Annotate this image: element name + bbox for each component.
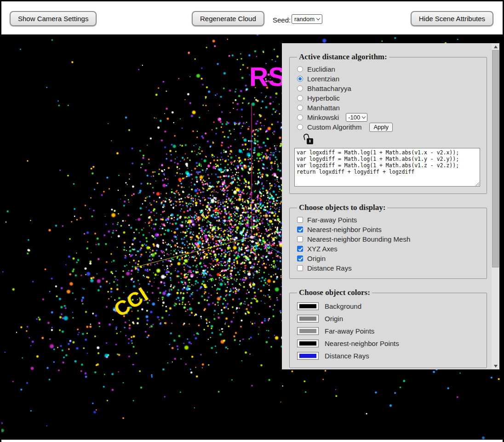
- checkbox-label[interactable]: Far-away Points: [307, 216, 357, 224]
- fieldset-legend: Choose object colors:: [297, 288, 372, 297]
- radio-minkowski[interactable]: [297, 114, 303, 120]
- fieldset-distance-algorithm: Active distance algorithm: Euclidian Lor…: [289, 52, 487, 194]
- checkbox-nearest-neighbor-points[interactable]: [297, 227, 303, 232]
- radio-label[interactable]: Manhattan: [307, 104, 340, 112]
- radio-manhattan[interactable]: [297, 105, 303, 111]
- point-cloud-scene: RSI CCI Active distance algorithm: Eucli…: [1, 34, 503, 440]
- color-picker-nearest-neighbor-points[interactable]: [297, 340, 319, 347]
- scrollbar-thumb[interactable]: [492, 50, 499, 267]
- checkbox-row-xyz-axes: XYZ Axes: [297, 244, 481, 254]
- custom-algorithm-code-input[interactable]: var logxdiff = Math.log(1 + Math.abs(v1.…: [294, 148, 480, 187]
- checkbox-origin[interactable]: [297, 255, 303, 261]
- radio-hyperbolic[interactable]: [297, 95, 303, 101]
- color-row-far-away-points: Far-away Points: [297, 325, 481, 337]
- checkbox-row-far-away-points: Far-away Points: [297, 215, 481, 225]
- radio-row-hyperbolic: Hyperbolic: [297, 93, 481, 103]
- checkbox-label[interactable]: Nearest-neighbor Points: [307, 226, 382, 233]
- panel-scrollbar: [492, 43, 499, 369]
- color-picker-origin[interactable]: [297, 315, 319, 323]
- checkbox-row-origin: Origin: [297, 254, 481, 263]
- bottom-strip: [1, 440, 503, 442]
- checkbox-label[interactable]: Nearest-neighbor Bounding Mesh: [307, 235, 410, 243]
- checkbox-label[interactable]: XYZ Axes: [307, 245, 338, 253]
- chevron-down-icon: [362, 115, 366, 119]
- color-label: Nearest-neighbor Points: [325, 340, 399, 347]
- radio-row-manhattan: Manhattan: [297, 103, 481, 113]
- radio-label[interactable]: Lorentzian: [307, 75, 339, 83]
- radio-row-lorentzian: Lorentzian: [297, 74, 481, 84]
- seed-label: Seed:: [273, 16, 291, 24]
- checkbox-label[interactable]: Origin: [307, 255, 326, 262]
- radio-row-euclidian: Euclidian: [297, 64, 481, 74]
- color-row-nearest-neighbor-points: Nearest-neighbor Points: [297, 337, 481, 350]
- regenerate-cloud-button[interactable]: Regenerate Cloud: [192, 11, 264, 26]
- checkbox-row-distance-rays: Distance Rays: [297, 263, 481, 273]
- color-row-background: Background: [297, 300, 481, 312]
- checkbox-far-away-points[interactable]: [297, 217, 303, 223]
- checkbox-row-nearest-neighbor-points: Nearest-neighbor Points: [297, 225, 481, 234]
- radio-row-minkowski: Minkowski -100: [297, 113, 481, 122]
- color-picker-background[interactable]: [297, 302, 319, 310]
- apply-button[interactable]: Apply: [369, 123, 393, 132]
- scene-attributes-panel: Active distance algorithm: Euclidian Lor…: [282, 43, 499, 369]
- checkbox-distance-rays[interactable]: [297, 265, 303, 271]
- scrollbar-down-button[interactable]: [492, 363, 499, 369]
- minkowski-power-select[interactable]: -100: [346, 113, 367, 122]
- seed-select-value: random: [294, 16, 315, 23]
- radio-label[interactable]: Custom Algorithm: [307, 123, 361, 131]
- fieldset-objects-to-display: Choose objects to display: Far-away Poin…: [289, 203, 487, 279]
- seed-select[interactable]: random: [292, 14, 322, 24]
- minkowski-power-value: -100: [348, 114, 360, 121]
- show-camera-settings-button[interactable]: Show Camera Settings: [10, 11, 97, 26]
- radio-euclidian[interactable]: [297, 66, 303, 72]
- radio-label[interactable]: Euclidian: [307, 65, 335, 73]
- fieldset-object-colors: Choose object colors: Background Origin: [289, 288, 487, 368]
- checkbox-row-bounding-mesh: Nearest-neighbor Bounding Mesh: [297, 234, 481, 244]
- color-row-distance-rays: Distance Rays: [297, 350, 481, 362]
- radio-row-bhattacharyya: Bhattacharyya: [297, 84, 481, 93]
- toolbar: Show Camera Settings Regenerate Cloud Se…: [1, 1, 503, 34]
- chevron-down-icon: [316, 17, 320, 20]
- radio-custom-algorithm[interactable]: [297, 124, 303, 130]
- triangle-down-icon: [494, 365, 498, 368]
- color-label: Background: [325, 302, 361, 310]
- checkbox-xyz-axes[interactable]: [297, 246, 303, 252]
- scrollbar-up-button[interactable]: [492, 43, 499, 50]
- app-window: Show Camera Settings Regenerate Cloud Se…: [0, 0, 504, 442]
- checkbox-bounding-mesh[interactable]: [297, 236, 303, 242]
- color-label: Origin: [325, 315, 343, 323]
- color-label: Far-away Points: [325, 327, 374, 335]
- radio-bhattacharyya[interactable]: [297, 85, 303, 91]
- radio-lorentzian[interactable]: [297, 76, 303, 82]
- radio-label[interactable]: Minkowski: [307, 113, 339, 121]
- triangle-up-icon: [494, 45, 498, 48]
- radio-label[interactable]: Bhattacharyya: [307, 85, 351, 92]
- unlocked-padlock-icon: [304, 133, 315, 145]
- fieldset-legend: Active distance algorithm:: [297, 52, 389, 62]
- radio-row-custom-algorithm: Custom Algorithm Apply: [297, 122, 481, 132]
- color-label: Distance Rays: [325, 352, 369, 360]
- color-row-origin: Origin: [297, 312, 481, 325]
- color-picker-distance-rays[interactable]: [297, 352, 319, 360]
- checkbox-label[interactable]: Distance Rays: [307, 264, 352, 272]
- radio-label[interactable]: Hyperbolic: [307, 94, 340, 102]
- hide-scene-attributes-button[interactable]: Hide Scene Attributes: [411, 11, 493, 26]
- color-picker-far-away-points[interactable]: [297, 327, 319, 335]
- fieldset-legend: Choose objects to display:: [297, 203, 387, 212]
